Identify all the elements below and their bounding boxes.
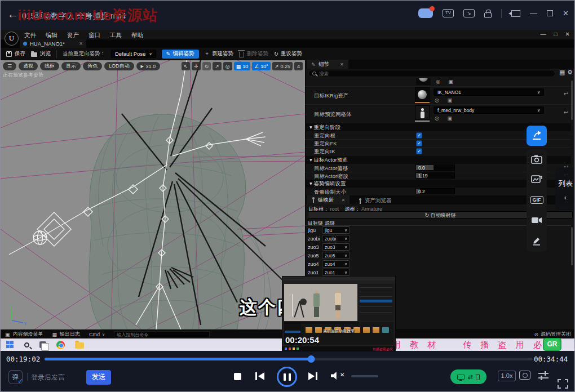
angle-snap-toggle[interactable]: ∠10° (252, 62, 271, 70)
next-button[interactable] (308, 372, 320, 380)
ikrig-select[interactable]: IK_NANO1∨ (434, 88, 544, 96)
danmaku-input[interactable] (31, 370, 85, 384)
miniplayer-icon[interactable]: ↘ (463, 9, 475, 17)
mesh-select[interactable]: f_med_nrw_body∨ (434, 106, 544, 114)
explorer-icon[interactable] (75, 342, 84, 349)
details-search[interactable] (308, 70, 555, 77)
ikrig-thumbnail[interactable] (415, 87, 430, 102)
playback-speed-button[interactable]: 1.0x (498, 371, 516, 381)
back-button[interactable]: ← (7, 8, 19, 21)
actor-offset-field[interactable]: 0.0 (415, 164, 455, 171)
save-button[interactable]: 保存 (6, 50, 25, 57)
minimize-button[interactable]: — (530, 9, 537, 17)
task-view-icon[interactable] (39, 341, 46, 348)
tab-close-icon[interactable]: ✕ (79, 41, 83, 46)
record-button[interactable] (527, 210, 547, 230)
menu-tools[interactable]: 工具 (110, 32, 122, 39)
select-tool[interactable]: ↖ (182, 62, 191, 70)
cmd-select[interactable]: Cmd∨ (89, 332, 105, 337)
player-settings-button[interactable] (538, 371, 549, 382)
previous-button[interactable] (255, 372, 267, 380)
rotate-tool[interactable]: ↻ (202, 62, 211, 70)
chrome-icon[interactable] (56, 341, 65, 349)
character-button[interactable]: 角色 (83, 62, 102, 70)
note-button[interactable] (527, 230, 547, 251)
show-button[interactable]: 显示 (61, 62, 81, 70)
pause-button[interactable] (277, 367, 297, 387)
stop-button[interactable] (234, 373, 241, 380)
cast-to-device-button[interactable]: ⇄ (450, 369, 486, 384)
chain-source-select[interactable]: zuo5∨ (322, 252, 350, 259)
mesh-thumbnail[interactable] (415, 105, 430, 120)
taskbar-search-icon[interactable] (24, 342, 29, 348)
viewport-menu-button[interactable]: ☰ (3, 62, 16, 70)
chain-source-select[interactable]: zuobi∨ (322, 235, 350, 242)
dock-side-icon[interactable] (511, 10, 520, 17)
menu-help[interactable]: 帮助 (131, 32, 143, 39)
close-button[interactable]: ✕ (563, 9, 569, 17)
pose-select[interactable]: Default Pose∨ (111, 50, 156, 58)
tv-cast-icon[interactable]: TV (443, 9, 454, 17)
perspective-button[interactable]: 透视 (19, 62, 38, 70)
edit-pose-button[interactable]: ✎编辑姿势 (162, 50, 199, 59)
volume-slider[interactable] (351, 375, 378, 377)
screenshot-button[interactable] (527, 149, 547, 170)
maximize-button[interactable] (547, 10, 553, 16)
content-drawer-button[interactable]: ▣内容侧滑菜单 (5, 331, 43, 338)
windows-start-icon[interactable] (6, 341, 14, 349)
search-input[interactable] (319, 71, 551, 77)
delete-pose-button[interactable]: 删除姿势 (239, 50, 268, 57)
browse-button[interactable]: 浏览 (31, 50, 51, 57)
bone-size-field[interactable]: 0.2 (415, 188, 455, 194)
chain-tab-close[interactable]: ✕ (342, 198, 346, 203)
chain-source-select[interactable]: zuo1∨ (322, 269, 350, 276)
ue-maximize[interactable]: □ (554, 31, 558, 37)
world-local-toggle[interactable]: ◎ (223, 62, 232, 70)
ue-minimize[interactable]: — (541, 31, 546, 37)
retarget-root-checkbox[interactable]: ✓ (416, 132, 422, 139)
output-log-button[interactable]: ▦输出日志 (52, 331, 81, 338)
camera-speed-button[interactable]: 4 (294, 62, 303, 70)
chain-source-select[interactable]: zuo4∨ (322, 260, 350, 268)
details-tab[interactable]: ✎ 细节 ✕ (307, 60, 348, 69)
chain-mapping-tab[interactable]: 链映射 ✕ (307, 195, 350, 204)
progress-handle[interactable] (307, 355, 315, 363)
asset-tab[interactable]: HUA_NANO1* ✕ (20, 39, 86, 48)
lock-icon[interactable] (484, 12, 492, 18)
grid-snap-toggle[interactable]: ▦10 (234, 62, 251, 70)
ikrig-asset-buttons[interactable]: ◎ ▣ (435, 97, 455, 103)
ue-close[interactable]: ✕ (565, 31, 570, 37)
display-filter-icon[interactable]: ▦ (559, 69, 565, 76)
playlist-tab[interactable]: 列表 ‹ (555, 167, 575, 210)
scale-tool[interactable]: ↗ (213, 62, 222, 70)
send-button[interactable]: 发送 (86, 370, 111, 385)
revert-icon[interactable]: ↩ (564, 109, 568, 115)
playback-speed-button[interactable]: ▶x1.0 (136, 62, 160, 70)
details-tab-close[interactable]: ✕ (340, 62, 344, 67)
gamepad-icon[interactable] (418, 8, 433, 18)
share-button[interactable] (527, 126, 547, 146)
lod-button[interactable]: LOD自动 (104, 62, 134, 70)
asset-browser-tab[interactable]: 资产浏览器 (358, 197, 392, 204)
menu-file[interactable]: 文件 (24, 32, 36, 39)
chain-source-select[interactable]: zuo3∨ (322, 243, 350, 251)
wireframe-button[interactable]: 线框 (40, 62, 59, 70)
settings-gear-icon[interactable]: ⚙ (567, 69, 573, 76)
details-scrollbar[interactable] (571, 81, 573, 120)
new-pose-button[interactable]: ＋新建姿势 (205, 50, 234, 57)
scale-snap-toggle[interactable]: ↗0.25 (272, 62, 293, 70)
danmaku-input-wrap[interactable] (31, 370, 85, 384)
chain-source-select[interactable]: jigu∨ (322, 226, 350, 234)
menu-window[interactable]: 窗口 (89, 32, 100, 39)
menu-edit[interactable]: 编辑 (46, 32, 58, 39)
progress-track[interactable] (45, 358, 533, 360)
image-button[interactable] (527, 170, 547, 190)
viewport[interactable]: ☰ 透视 线框 显示 角色 LOD自动 ▶x1.0 正在预览参考姿势 ↖ ✛ ↻… (1, 60, 305, 329)
revert-icon[interactable]: ↩ (564, 91, 568, 97)
move-tool[interactable]: ✛ (192, 62, 201, 70)
menu-asset[interactable]: 资产 (67, 32, 79, 39)
console-input-wrap[interactable] (114, 331, 210, 337)
chain-scrollbar[interactable] (571, 227, 573, 265)
console-input[interactable] (114, 332, 209, 337)
mesh-asset-buttons[interactable]: ◎ ▣ (435, 115, 455, 121)
